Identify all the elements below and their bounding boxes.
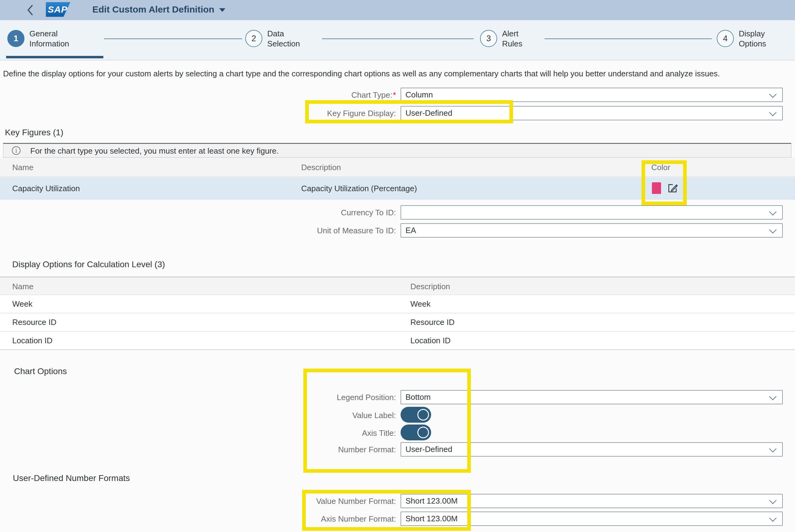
title-dropdown-caret-icon <box>219 8 225 12</box>
chart-options-heading: Chart Options <box>14 366 67 376</box>
calc-level-description: Week <box>410 299 431 309</box>
wizard-progress-bar: 1 General Information 2 Data Selection 3… <box>0 20 795 60</box>
info-message: For the chart type you selected, you mus… <box>30 146 278 156</box>
value-number-format-value: Short 123.00M <box>405 494 458 508</box>
wizard-connector-2 <box>322 38 474 39</box>
value-number-format-select[interactable]: Short 123.00M <box>401 494 783 508</box>
wizard-step-3-label-line1: Alert <box>502 29 522 39</box>
axis-number-format-label: Axis Number Format: <box>182 514 396 524</box>
calc-level-row-week[interactable]: Week Week <box>0 295 795 314</box>
wizard-step-1-circle[interactable]: 1 <box>7 30 24 47</box>
legend-position-select[interactable]: Bottom <box>401 390 783 404</box>
page-title: Edit Custom Alert Definition <box>92 4 214 14</box>
column-header-name: Name <box>12 282 33 291</box>
calc-level-table-header: Name Description <box>0 277 795 295</box>
value-number-format-label: Value Number Format: <box>182 497 396 506</box>
legend-position-label: Legend Position: <box>182 393 396 402</box>
wizard-step-2-label[interactable]: Data Selection <box>267 29 300 49</box>
key-figure-color-swatch <box>652 182 661 194</box>
calc-level-description: Resource ID <box>410 318 455 327</box>
chevron-down-icon <box>769 445 776 452</box>
column-header-color: Color <box>651 163 670 172</box>
axis-title-toggle[interactable] <box>401 424 431 440</box>
axis-title-label: Axis Title: <box>182 429 396 438</box>
key-figure-description: Capacity Utilization (Percentage) <box>301 184 417 193</box>
app-screen: SAP Edit Custom Alert Definition 1 Gener… <box>0 0 795 532</box>
toggle-knob <box>417 409 429 420</box>
intro-text: Define the display options for your cust… <box>3 69 720 78</box>
value-label-toggle[interactable] <box>401 407 431 423</box>
chart-type-value: Column <box>405 88 433 101</box>
axis-number-format-value: Short 123.00M <box>405 512 458 525</box>
value-label-label: Value Label: <box>182 411 396 420</box>
chevron-down-icon <box>769 109 776 116</box>
wizard-connector-3 <box>545 38 712 39</box>
wizard-step-2-circle[interactable]: 2 <box>245 30 263 47</box>
key-figure-row[interactable]: Capacity Utilization Capacity Utilizatio… <box>0 177 795 200</box>
wizard-step-1-label-line1: General <box>29 29 69 39</box>
axis-number-format-select[interactable]: Short 123.00M <box>401 512 783 526</box>
unit-of-measure-select[interactable]: EA <box>401 223 783 238</box>
wizard-connector-1 <box>104 38 242 39</box>
column-header-description: Description <box>301 163 341 172</box>
currency-to-id-label: Currency To ID: <box>182 208 396 217</box>
calc-level-name: Location ID <box>12 336 53 345</box>
chevron-left-icon <box>26 4 35 16</box>
wizard-active-step-underline <box>6 56 103 58</box>
legend-position-value: Bottom <box>405 391 431 404</box>
calc-level-row-location-id[interactable]: Location ID Location ID <box>0 332 795 350</box>
chevron-down-icon <box>769 208 776 215</box>
column-header-description: Description <box>410 282 450 291</box>
unit-of-measure-value: EA <box>405 224 416 237</box>
wizard-step-4-label-line2: Options <box>739 39 766 49</box>
key-figure-display-select[interactable]: User-Defined <box>401 106 783 120</box>
key-figure-name: Capacity Utilization <box>12 184 80 193</box>
wizard-step-3-circle[interactable]: 3 <box>480 30 497 47</box>
calc-level-heading: Display Options for Calculation Level (3… <box>12 260 165 269</box>
key-figures-heading: Key Figures (1) <box>5 128 63 137</box>
chart-type-label-text: Chart Type: <box>351 90 392 99</box>
key-figures-info-strip: i For the chart type you selected, you m… <box>3 143 791 157</box>
chevron-down-icon <box>769 514 776 521</box>
wizard-step-4-label-line1: Display <box>739 29 766 39</box>
wizard-step-4-circle[interactable]: 4 <box>717 30 734 47</box>
wizard-step-2-label-line2: Selection <box>267 39 300 49</box>
key-figure-display-value: User-Defined <box>405 107 452 120</box>
calc-level-name: Week <box>12 299 32 309</box>
chart-type-label: Chart Type:* <box>182 90 396 100</box>
required-asterisk: * <box>393 90 396 99</box>
chart-type-select[interactable]: Column <box>401 88 783 102</box>
wizard-step-1-label[interactable]: General Information <box>29 29 69 49</box>
annotation-box-chart-options <box>303 368 471 473</box>
number-format-select[interactable]: User-Defined <box>401 442 783 457</box>
chevron-down-icon <box>769 226 776 233</box>
wizard-step-4-label[interactable]: Display Options <box>739 29 766 49</box>
chevron-down-icon <box>769 393 776 400</box>
chevron-down-icon <box>769 90 776 98</box>
info-icon: i <box>12 146 20 155</box>
back-button[interactable] <box>26 4 35 16</box>
wizard-step-3-label-line2: Rules <box>502 39 522 49</box>
key-figures-table-header: Name Description Color <box>0 158 795 177</box>
chevron-down-icon <box>769 497 776 504</box>
toggle-knob <box>417 426 429 438</box>
number-format-value: User-Defined <box>405 443 452 456</box>
wizard-step-3-label[interactable]: Alert Rules <box>502 29 522 49</box>
calc-level-description: Location ID <box>410 336 451 345</box>
number-formats-heading: User-Defined Number Formats <box>13 473 130 483</box>
key-figure-display-label: Key Figure Display: <box>182 109 396 118</box>
sap-logo: SAP <box>46 2 70 17</box>
page-title-menu[interactable]: Edit Custom Alert Definition <box>92 4 225 15</box>
edit-color-icon[interactable] <box>667 183 678 194</box>
calc-level-name: Resource ID <box>12 318 57 327</box>
column-header-name: Name <box>12 163 33 172</box>
calc-level-row-resource-id[interactable]: Resource ID Resource ID <box>0 314 795 332</box>
shell-header: SAP Edit Custom Alert Definition <box>0 0 795 20</box>
currency-to-id-select[interactable] <box>401 205 783 220</box>
unit-of-measure-label: Unit of Measure To ID: <box>182 226 396 235</box>
wizard-step-2-label-line1: Data <box>267 29 300 39</box>
number-format-label: Number Format: <box>182 445 396 454</box>
wizard-step-1-label-line2: Information <box>29 39 69 49</box>
